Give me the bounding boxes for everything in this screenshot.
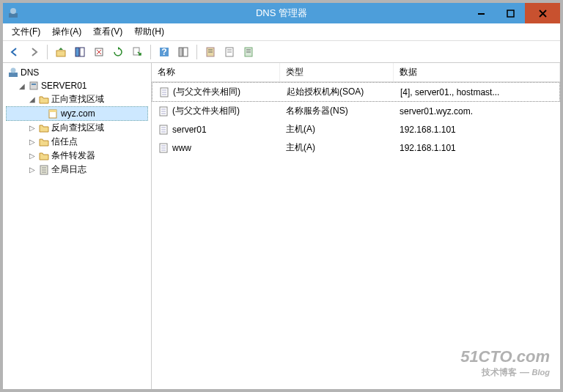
folder-icon: [38, 150, 50, 162]
expander-icon[interactable]: ▷: [28, 138, 37, 147]
filter-button[interactable]: [202, 43, 219, 61]
folder-icon: [38, 94, 50, 106]
expander-icon[interactable]: ▷: [28, 152, 37, 160]
tree-reverse-zone[interactable]: ▷ 反向查找区域: [6, 121, 148, 135]
list-row[interactable]: www 主机(A) 192.168.1.101: [152, 138, 560, 157]
menu-help[interactable]: 帮助(H): [128, 24, 170, 40]
tree-root-dns[interactable]: DNS: [6, 66, 148, 79]
tree-server[interactable]: ◢ SERVER01: [6, 79, 148, 92]
help-button[interactable]: ?: [155, 43, 173, 61]
up-button[interactable]: [52, 43, 70, 61]
tree-label: 信任点: [51, 136, 78, 148]
tree-label: SERVER01: [41, 81, 87, 91]
window-controls: [466, 3, 560, 23]
menu-file[interactable]: 文件(F): [6, 24, 46, 40]
svg-rect-12: [183, 48, 188, 56]
svg-rect-8: [133, 48, 139, 55]
separator: [196, 45, 197, 59]
back-button[interactable]: [6, 43, 23, 61]
tree-forward-zone[interactable]: ◢ 正向查找区域: [6, 92, 148, 106]
maximize-button[interactable]: [496, 3, 525, 23]
svg-rect-27: [49, 110, 56, 112]
window-title: DNS 管理器: [256, 7, 307, 20]
separator: [150, 45, 151, 59]
expander-icon[interactable]: ◢: [28, 95, 37, 104]
svg-point-23: [11, 68, 16, 73]
new-zone-button[interactable]: [240, 43, 257, 61]
tree-label: wyz.com: [61, 108, 95, 119]
cell-name: (与父文件夹相同): [173, 86, 240, 98]
tree-panel: DNS ◢ SERVER01 ◢ 正向查找区域 wyz.com ▷ 反向查找区域: [3, 63, 152, 389]
app-icon: [7, 7, 19, 19]
content-area: DNS ◢ SERVER01 ◢ 正向查找区域 wyz.com ▷ 反向查找区域: [3, 63, 560, 389]
svg-rect-24: [30, 82, 37, 89]
record-icon: [158, 106, 169, 117]
tree-label: 反向查找区域: [51, 122, 104, 134]
svg-rect-5: [76, 48, 79, 56]
menubar: 文件(F) 操作(A) 查看(V) 帮助(H): [3, 23, 560, 41]
list-panel: 名称 类型 数据 (与父文件夹相同) 起始授权机构(SOA) [4], serv…: [152, 63, 560, 389]
folder-icon: [38, 136, 50, 148]
delete-button[interactable]: [90, 43, 108, 61]
zone-icon: [48, 108, 59, 119]
cell-name: www: [172, 143, 191, 153]
svg-point-1: [10, 8, 16, 14]
cell-type: 起始授权机构(SOA): [287, 86, 364, 98]
record-icon: [158, 86, 170, 98]
record-icon: [158, 142, 169, 154]
svg-rect-22: [9, 73, 18, 77]
list-row[interactable]: server01 主机(A) 192.168.1.101: [152, 120, 560, 138]
cell-type: 主机(A): [286, 123, 315, 136]
svg-rect-3: [507, 10, 514, 17]
list-row[interactable]: (与父文件夹相同) 起始授权机构(SOA) [4], server01., ho…: [152, 82, 560, 102]
cell-name: server01: [172, 125, 207, 135]
tree-label: DNS: [21, 67, 39, 78]
column-data[interactable]: 数据: [394, 63, 560, 81]
cell-name: (与父文件夹相同): [172, 105, 240, 117]
watermark-sub: 技术博客 — Blog: [460, 366, 550, 379]
cell-data: 192.168.1.101: [400, 143, 456, 153]
new-record-button[interactable]: [221, 43, 238, 61]
column-type[interactable]: 类型: [280, 63, 394, 81]
expander-icon[interactable]: ▷: [28, 166, 37, 174]
cell-data: 192.168.1.101: [400, 125, 456, 135]
svg-rect-11: [179, 48, 183, 56]
watermark: 51CTO.com 技术博客 — Blog: [460, 347, 550, 379]
properties-button[interactable]: [174, 43, 192, 61]
svg-rect-25: [32, 84, 36, 85]
menu-view[interactable]: 查看(V): [87, 24, 128, 40]
export-button[interactable]: [128, 43, 146, 61]
svg-rect-2: [478, 13, 485, 15]
column-name[interactable]: 名称: [152, 63, 280, 81]
server-icon: [28, 80, 40, 92]
menu-action[interactable]: 操作(A): [46, 24, 87, 40]
close-button[interactable]: [525, 3, 560, 23]
tree-conditional[interactable]: ▷ 条件转发器: [6, 149, 148, 163]
minimize-button[interactable]: [466, 3, 496, 23]
tree-label: 全局日志: [51, 163, 87, 176]
folder-icon: [38, 122, 50, 134]
svg-rect-4: [56, 51, 65, 56]
record-icon: [158, 124, 169, 136]
list-row[interactable]: (与父文件夹相同) 名称服务器(NS) server01.wyz.com.: [152, 102, 560, 120]
svg-rect-6: [80, 48, 84, 56]
cell-data: server01.wyz.com.: [400, 106, 473, 117]
forward-button[interactable]: [25, 43, 43, 61]
cell-data: [4], server01., hostmast...: [400, 87, 499, 97]
list-header: 名称 类型 数据: [152, 63, 560, 82]
cell-type: 名称服务器(NS): [286, 105, 348, 117]
expander-icon[interactable]: ◢: [18, 81, 26, 90]
refresh-button[interactable]: [109, 43, 127, 61]
toolbar: ?: [3, 41, 560, 63]
expander-icon[interactable]: ▷: [28, 124, 37, 133]
watermark-main: 51CTO.com: [460, 347, 550, 366]
separator: [47, 45, 48, 59]
show-hide-button[interactable]: [71, 43, 89, 61]
tree-zone-wyz[interactable]: wyz.com: [6, 106, 148, 121]
svg-text:?: ?: [161, 47, 166, 57]
tree-global-log[interactable]: ▷ 全局日志: [6, 163, 148, 177]
cell-type: 主机(A): [286, 141, 315, 154]
tree-trust[interactable]: ▷ 信任点: [6, 135, 148, 149]
tree-label: 正向查找区域: [51, 93, 104, 106]
dns-icon: [7, 67, 19, 78]
